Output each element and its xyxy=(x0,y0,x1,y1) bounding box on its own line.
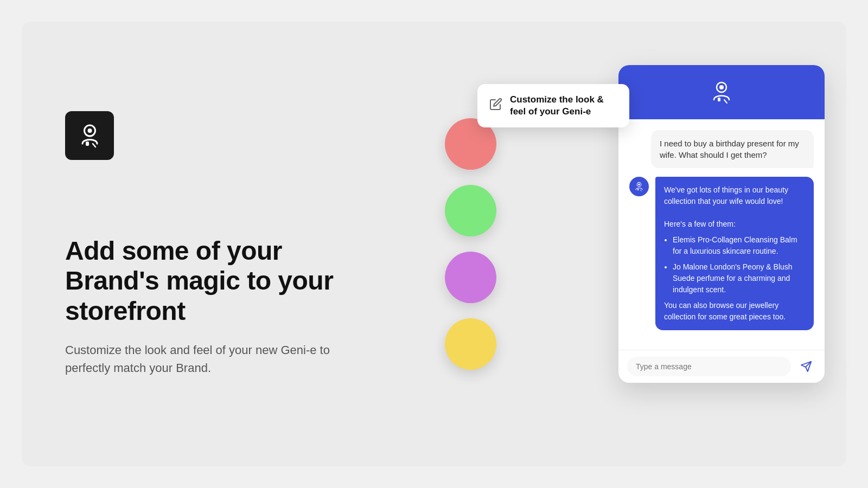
bot-row: We've got lots of things in our beauty c… xyxy=(629,177,814,330)
bot-outro: You can also browse our jewellery collec… xyxy=(664,301,786,321)
bot-subline: Here's a few of them: xyxy=(664,220,736,228)
chat-widget: I need to buy a birthday present for my … xyxy=(618,65,825,383)
bot-list: Elemis Pro-Collagen Cleansing Balm for a… xyxy=(673,234,805,296)
bot-list-item-2: Jo Malone London's Peony & Blush Suede p… xyxy=(673,261,805,296)
chat-input[interactable] xyxy=(627,357,791,376)
svg-rect-5 xyxy=(718,98,720,101)
color-circle-yellow[interactable] xyxy=(445,318,496,370)
logo-box xyxy=(65,111,114,160)
bot-intro: We've got lots of things in our beauty c… xyxy=(664,185,788,206)
bot-avatar xyxy=(629,177,649,196)
svg-rect-2 xyxy=(86,142,89,146)
svg-rect-8 xyxy=(637,189,639,190)
tooltip-text: Customize the look & feel of your Geni-e xyxy=(510,94,617,118)
sub-text: Customize the look and feel of your new … xyxy=(65,341,347,377)
svg-point-1 xyxy=(87,129,92,133)
left-content: Add some of your Brand's magic to your s… xyxy=(22,79,401,409)
chat-input-area xyxy=(618,350,825,383)
bot-list-item-1: Elemis Pro-Collagen Cleansing Balm for a… xyxy=(673,234,805,257)
main-heading: Add some of your Brand's magic to your s… xyxy=(65,236,358,326)
send-button[interactable] xyxy=(796,357,816,376)
chat-body: I need to buy a birthday present for my … xyxy=(618,119,825,350)
chat-header xyxy=(618,65,825,119)
color-circle-green[interactable] xyxy=(445,185,496,236)
color-circle-purple[interactable] xyxy=(445,252,496,303)
pencil-icon xyxy=(489,98,502,114)
customize-tooltip: Customize the look & feel of your Geni-e xyxy=(477,84,629,127)
right-content: Customize the look & feel of your Geni-e… xyxy=(401,22,846,466)
svg-point-7 xyxy=(638,184,640,185)
svg-point-4 xyxy=(719,85,724,89)
circles-column xyxy=(445,118,496,370)
user-message: I need to buy a birthday present for my … xyxy=(651,130,814,168)
bot-message: We've got lots of things in our beauty c… xyxy=(655,177,814,330)
page-container: Add some of your Brand's magic to your s… xyxy=(22,22,846,466)
